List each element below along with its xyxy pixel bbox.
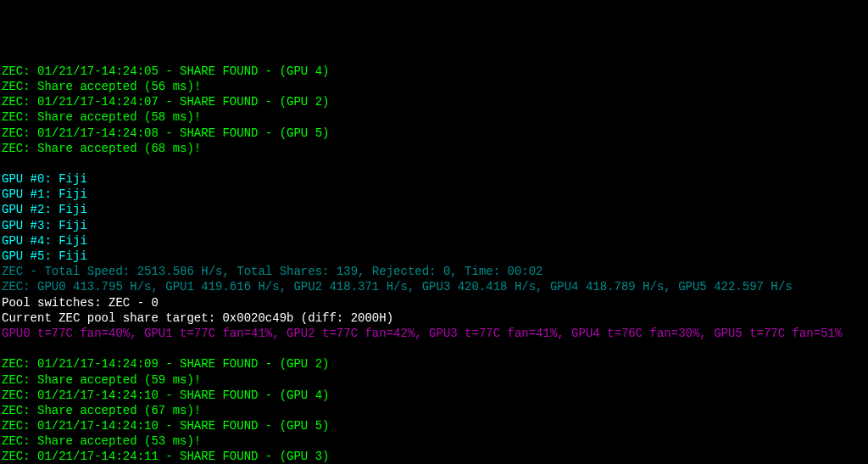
log-line: ZEC: 01/21/17-14:24:10 - SHARE FOUND - (… bbox=[2, 418, 868, 433]
log-line: GPU #2: Fiji bbox=[2, 202, 868, 217]
log-line: GPU #0: Fiji bbox=[2, 171, 868, 187]
log-line: ZEC: 01/21/17-14:24:05 - SHARE FOUND - (… bbox=[2, 64, 868, 79]
log-line: ZEC: Share accepted (68 ms)! bbox=[2, 141, 868, 156]
log-line bbox=[2, 341, 868, 356]
log-line: ZEC: 01/21/17-14:24:08 - SHARE FOUND - (… bbox=[2, 126, 868, 141]
log-line: ZEC - Total Speed: 2513.586 H/s, Total S… bbox=[2, 264, 868, 279]
log-line: ZEC: 01/21/17-14:24:11 - SHARE FOUND - (… bbox=[2, 449, 868, 464]
log-line: GPU #4: Fiji bbox=[2, 233, 868, 249]
log-line: ZEC: Share accepted (58 ms)! bbox=[2, 109, 868, 125]
log-line: GPU #1: Fiji bbox=[2, 187, 868, 202]
log-line: ZEC: Share accepted (59 ms)! bbox=[2, 372, 868, 388]
log-line: ZEC: Share accepted (56 ms)! bbox=[2, 79, 868, 94]
log-line: GPU #3: Fiji bbox=[2, 218, 868, 233]
log-line: ZEC: Share accepted (67 ms)! bbox=[2, 403, 868, 418]
log-line: Current ZEC pool share target: 0x0020c49… bbox=[2, 310, 868, 326]
log-line: Pool switches: ZEC - 0 bbox=[2, 295, 868, 310]
log-line: ZEC: 01/21/17-14:24:10 - SHARE FOUND - (… bbox=[2, 388, 868, 403]
log-line: ZEC: Share accepted (53 ms)! bbox=[2, 433, 868, 449]
log-line: ZEC: 01/21/17-14:24:07 - SHARE FOUND - (… bbox=[2, 94, 868, 109]
log-line bbox=[2, 156, 868, 171]
log-line: ZEC: 01/21/17-14:24:09 - SHARE FOUND - (… bbox=[2, 356, 868, 372]
terminal-output: ZEC: 01/21/17-14:24:05 - SHARE FOUND - (… bbox=[2, 64, 868, 464]
log-line: ZEC: GPU0 413.795 H/s, GPU1 419.616 H/s,… bbox=[2, 279, 868, 294]
log-line: GPU #5: Fiji bbox=[2, 249, 868, 264]
log-line: GPU0 t=77C fan=40%, GPU1 t=77C fan=41%, … bbox=[2, 326, 868, 341]
